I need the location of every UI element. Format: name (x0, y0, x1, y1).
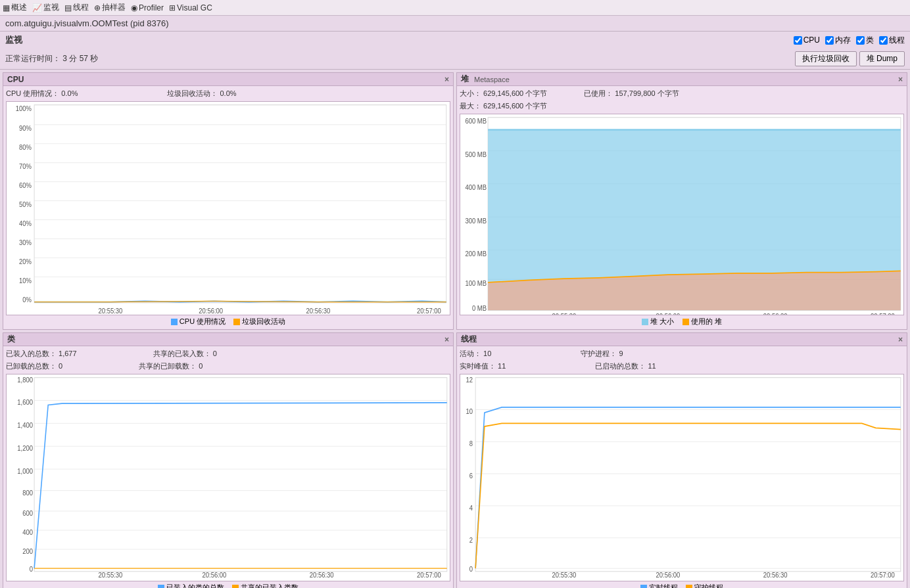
cpu-panel: CPU × CPU 使用情况： 0.0% 垃圾回收活动： 0.0% 100% 9… (3, 72, 454, 330)
class-loaded-color (158, 585, 164, 589)
loaded-total-stat: 已装入的总数： 1,677 (6, 349, 77, 359)
cpu-checkbox[interactable] (794, 36, 802, 45)
class-shared-color (232, 585, 239, 589)
svg-text:8: 8 (469, 440, 473, 448)
thread-chart: 12 10 8 6 4 2 0 (460, 374, 904, 581)
svg-text:70%: 70% (19, 162, 32, 170)
cpu-panel-close[interactable]: × (444, 75, 449, 84)
svg-text:600 MB: 600 MB (465, 118, 487, 125)
svg-text:60%: 60% (19, 181, 32, 189)
toolbar-visualgc[interactable]: ⊞ Visual GC (169, 3, 212, 12)
toolbar-overview[interactable]: ▦ 概述 (3, 2, 27, 13)
titlebar: com.atguigu.jvisualvm.OOMTest (pid 8376) (0, 16, 910, 32)
cpu-legend-label: CPU 使用情况 (180, 317, 226, 327)
toolbar-monitor[interactable]: 📈 监视 (32, 2, 59, 13)
svg-text:20:55:30: 20:55:30 (552, 313, 577, 315)
heap-chart: 600 MB 500 MB 400 MB 300 MB 200 MB 100 M… (460, 114, 904, 315)
overview-icon: ▦ (3, 3, 10, 12)
toolbar-profiler[interactable]: ◉ Profiler (131, 3, 164, 12)
svg-text:4: 4 (469, 505, 473, 512)
class-loaded-legend-label: 已装入的类的总数 (166, 583, 224, 588)
action-buttons: 执行垃圾回收 堆 Dump (795, 51, 905, 66)
cpu-stats-row: CPU 使用情况： 0.0% 垃圾回收活动： 0.0% (6, 89, 450, 99)
profiler-icon: ◉ (131, 3, 137, 12)
heap-max-row: 最大： 629,145,600 个字节 (460, 101, 904, 111)
cpu-panel-title: CPU (7, 75, 24, 84)
svg-text:1,400: 1,400 (17, 422, 33, 430)
gc-button[interactable]: 执行垃圾回收 (795, 51, 857, 66)
shared-loaded-stat: 共享的已装入数： 0 (153, 349, 217, 359)
statusbar: 正常运行时间： 3 分 57 秒 执行垃圾回收 堆 Dump (0, 49, 910, 70)
metaspace-label: Metaspace (474, 76, 510, 83)
heap-panel-close[interactable]: × (898, 75, 903, 84)
svg-text:20:56:00: 20:56:00 (656, 313, 681, 315)
class-panel-close[interactable]: × (444, 335, 449, 344)
svg-text:20:57:00: 20:57:00 (871, 313, 895, 315)
class-checkbox-item[interactable]: 类 (856, 35, 874, 46)
svg-text:100%: 100% (16, 104, 32, 112)
svg-text:20:55:30: 20:55:30 (552, 572, 577, 579)
heap-dump-button[interactable]: 堆 Dump (859, 51, 905, 66)
thread-daemon-legend-label: 守护线程 (694, 583, 723, 588)
class-shared-legend-label: 共享的已装入类数 (241, 583, 299, 588)
toolbar-sampler[interactable]: ⊕ 抽样器 (94, 2, 126, 13)
heap-size-legend-label: 堆 大小 (650, 317, 674, 327)
cpu-chart: 100% 90% 80% 70% 60% 50% 40% 30% 20% 10%… (6, 101, 450, 315)
monitor-header: 监视 CPU 内存 类 线程 (0, 32, 910, 49)
class-panel-body: 已装入的总数： 1,677 共享的已装入数： 0 已卸载的总数： 0 共享的已卸… (3, 346, 453, 588)
svg-text:400: 400 (22, 529, 33, 537)
monitor-icon: 📈 (32, 3, 42, 12)
class-legend: 已装入的类的总数 共享的已装入类数 (6, 583, 450, 588)
heap-stats-row: 大小： 629,145,600 个字节 已使用： 157,799,800 个字节 (460, 89, 904, 99)
visualgc-icon: ⊞ (169, 3, 176, 12)
class-checkbox[interactable] (856, 36, 865, 45)
thread-checkbox[interactable] (879, 36, 888, 45)
svg-text:20:56:30: 20:56:30 (310, 572, 334, 579)
svg-text:20:57:00: 20:57:00 (417, 572, 441, 579)
memory-checkbox-item[interactable]: 内存 (825, 35, 851, 46)
svg-text:500 MB: 500 MB (465, 150, 487, 158)
svg-text:100 MB: 100 MB (465, 279, 487, 287)
svg-text:20:56:00: 20:56:00 (203, 572, 227, 579)
monitor-label: 监视 (43, 2, 59, 13)
memory-checkbox[interactable] (825, 36, 834, 45)
cpu-panel-body: CPU 使用情况： 0.0% 垃圾回收活动： 0.0% 100% 90% 80%… (3, 86, 453, 329)
svg-text:600: 600 (22, 510, 33, 518)
heap-size-color (642, 319, 648, 325)
svg-text:20:56:00: 20:56:00 (199, 307, 223, 315)
heap-used-stat: 已使用： 157,799,800 个字节 (584, 89, 679, 99)
sampler-icon: ⊕ (94, 3, 101, 12)
memory-checkbox-label: 内存 (835, 35, 851, 46)
heap-panel-header: 堆 Metaspace × (457, 73, 907, 86)
svg-text:800: 800 (22, 489, 33, 497)
thread-stats-row1: 活动： 10 守护进程： 9 (460, 349, 904, 359)
thread-panel-close[interactable]: × (898, 335, 903, 344)
active-stat: 活动： 10 (460, 349, 491, 359)
heap-panel-body: 大小： 629,145,600 个字节 已使用： 157,799,800 个字节… (457, 86, 907, 329)
heap-used-legend-label: 使用的 堆 (691, 317, 722, 327)
thread-checkbox-item[interactable]: 线程 (879, 35, 905, 46)
runtime-label: 正常运行时间： (5, 54, 60, 63)
svg-text:20:57:00: 20:57:00 (871, 572, 895, 579)
svg-text:1,200: 1,200 (17, 445, 33, 453)
visualgc-label: Visual GC (177, 3, 212, 12)
shared-unloaded-stat: 共享的已卸载数： 0 (139, 361, 203, 371)
started-stat: 已启动的总数： 11 (595, 361, 656, 371)
class-checkbox-label: 类 (866, 35, 874, 46)
thread-live-color (640, 585, 647, 589)
heap-size-stat: 大小： 629,145,600 个字节 (460, 89, 547, 99)
sampler-label: 抽样器 (102, 2, 126, 13)
svg-text:300 MB: 300 MB (465, 217, 487, 225)
cpu-checkbox-item[interactable]: CPU (794, 35, 820, 45)
toolbar-thread[interactable]: ▤ 线程 (64, 2, 89, 13)
heap-max-stat: 最大： 629,145,600 个字节 (460, 101, 547, 111)
svg-text:20:55:30: 20:55:30 (99, 307, 123, 315)
svg-text:20:56:30: 20:56:30 (763, 572, 788, 579)
peak-stat: 实时峰值： 11 (460, 361, 506, 371)
cpu-legend: CPU 使用情况 垃圾回收活动 (6, 317, 450, 327)
thread-panel-header: 线程 × (457, 333, 907, 346)
thread-panel: 线程 × 活动： 10 守护进程： 9 实时峰值： 11 已 (456, 332, 907, 588)
thread-panel-body: 活动： 10 守护进程： 9 实时峰值： 11 已启动的总数： 11 (457, 346, 907, 588)
svg-text:6: 6 (469, 472, 473, 480)
overview-label: 概述 (11, 2, 27, 13)
